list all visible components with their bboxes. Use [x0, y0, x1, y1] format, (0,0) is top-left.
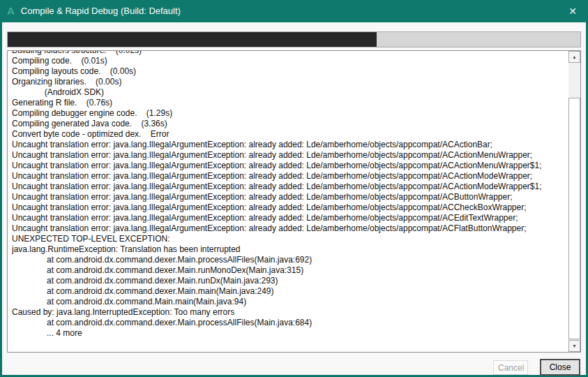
- log-line: Convert byte code - optimized dex. Error: [12, 129, 566, 140]
- log-line: at com.android.dx.command.dexer.Main.pro…: [12, 318, 566, 328]
- log-line: Uncaught translation error: java.lang.Il…: [12, 192, 566, 202]
- log-line: Uncaught translation error: java.lang.Il…: [12, 223, 566, 234]
- progress-bar: [7, 31, 581, 47]
- log-line: Uncaught translation error: java.lang.Il…: [12, 182, 566, 192]
- log-line: Uncaught translation error: java.lang.Il…: [12, 213, 566, 223]
- log-line: Uncaught translation error: java.lang.Il…: [12, 171, 566, 182]
- scrollbar-thumb[interactable]: [568, 98, 580, 339]
- compile-debug-dialog: A Compile & Rapid Debug (Build: Default)…: [0, 0, 588, 377]
- log-line: Uncaught translation error: java.lang.Il…: [12, 161, 566, 171]
- log-line: at com.android.dx.command.Main.main(Main…: [12, 297, 566, 307]
- log-line: Generating R file. (0.76s): [12, 98, 566, 108]
- log-line: (AndroidX SDK): [12, 87, 566, 98]
- app-icon: A: [7, 0, 15, 22]
- progress-bar-fill: [8, 32, 377, 47]
- arrow-down-icon: ▼: [572, 343, 577, 348]
- log-line: at com.android.dx.command.dexer.Main.run…: [12, 265, 566, 276]
- log-line: ... 4 more: [12, 328, 566, 339]
- log-line: Uncaught translation error: java.lang.Il…: [12, 140, 566, 150]
- log-line: UNEXPECTED TOP-LEVEL EXCEPTION:: [12, 234, 566, 244]
- window-border-left: [0, 22, 2, 377]
- window-title: Compile & Rapid Debug (Build: Default): [21, 0, 181, 22]
- scrollbar-track[interactable]: [568, 63, 580, 340]
- arrow-up-icon: ▲: [572, 54, 577, 59]
- log-line: at com.android.dx.command.dexer.Main.pro…: [12, 255, 566, 265]
- scrollbar-up-button[interactable]: ▲: [568, 51, 580, 63]
- cancel-button[interactable]: Cancel: [493, 360, 528, 375]
- log-line: Organizing libraries. (0.00s): [12, 77, 566, 87]
- compile-log[interactable]: Building folders structure. (0.02s)Compi…: [7, 50, 581, 353]
- log-line: Compiling layouts code. (0.00s): [12, 66, 566, 77]
- log-line: Compiling debugger engine code. (1.29s): [12, 108, 566, 119]
- scrollbar-down-button[interactable]: ▼: [568, 340, 580, 352]
- log-line: Building folders structure. (0.02s): [12, 50, 566, 56]
- log-line: at com.android.dx.command.dexer.Main.mai…: [12, 286, 566, 297]
- close-icon: ✕: [568, 6, 577, 17]
- close-window-button[interactable]: ✕: [557, 0, 588, 22]
- log-line: Uncaught translation error: java.lang.Il…: [12, 202, 566, 213]
- log-lines: Building folders structure. (0.02s)Compi…: [12, 50, 566, 339]
- log-line: Compiling code. (0.01s): [12, 56, 566, 66]
- log-line: java.lang.RuntimeException: Translation …: [12, 244, 566, 255]
- titlebar: A Compile & Rapid Debug (Build: Default)…: [0, 0, 588, 22]
- log-line: Caused by: java.lang.InterruptedExceptio…: [12, 307, 566, 318]
- log-line: Compiling generated Java code. (3.36s): [12, 119, 566, 129]
- log-line: at com.android.dx.command.dexer.Main.run…: [12, 276, 566, 286]
- log-line: Uncaught translation error: java.lang.Il…: [12, 150, 566, 161]
- log-scrollbar[interactable]: ▲ ▼: [568, 51, 580, 352]
- close-button[interactable]: Close: [540, 359, 580, 376]
